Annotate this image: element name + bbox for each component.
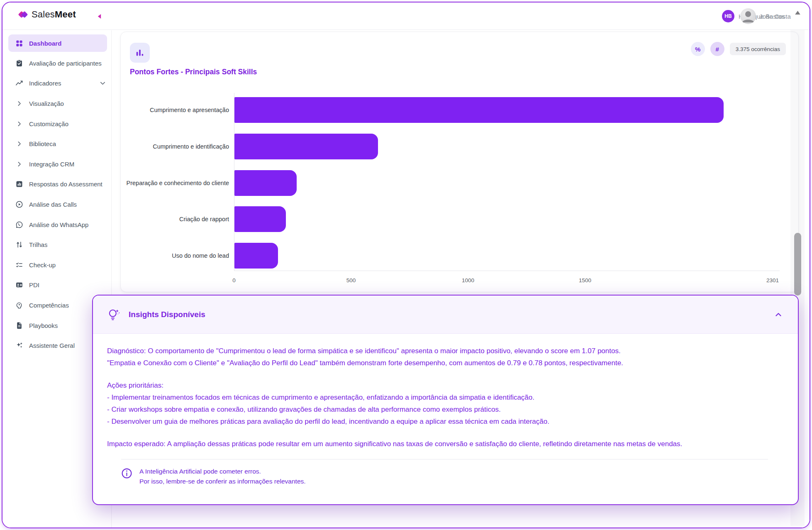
sidebar-item-indicadores[interactable]: Indicadores xyxy=(2,73,111,94)
id-card-icon xyxy=(15,281,23,289)
x-tick: 1000 xyxy=(462,277,474,283)
info-icon xyxy=(121,468,132,479)
insights-disclaimer: A Inteligência Artificial pode cometer e… xyxy=(107,459,783,486)
bar-uso-do-nome-do-lead[interactable] xyxy=(234,243,278,269)
topbar: SalesMeet HB Henrique Bastos João Costa xyxy=(2,2,810,30)
insight-line: - Criar workshops sobre empatia e conexã… xyxy=(107,403,783,415)
x-tick: 2301 xyxy=(766,277,779,283)
sidebar-item-analise-das-calls[interactable]: Análise das Calls xyxy=(2,194,111,215)
play-circle-icon xyxy=(15,200,23,208)
bar-preparacao-e-conhecimento-do-cliente[interactable] xyxy=(234,170,297,196)
occurrences-badge: 3.375 ocorrências xyxy=(730,43,786,55)
x-axis-line xyxy=(234,271,780,271)
bar-cumprimento-e-identificacao[interactable] xyxy=(234,134,378,159)
bar-label: Uso do nome do lead xyxy=(172,252,229,259)
sidebar-item-label: Biblioteca xyxy=(29,140,56,147)
sidebar-item-label: PDI xyxy=(29,281,39,288)
insight-paragraph: Ações prioritárias:- Implementar treinam… xyxy=(107,379,783,427)
sidebar-item-label: Análise das Calls xyxy=(29,201,77,208)
insights-header[interactable]: Insights Disponíveis xyxy=(93,296,798,334)
x-tick: 500 xyxy=(346,277,356,283)
percent-toggle-button[interactable]: % xyxy=(691,42,705,56)
sidebar-item-label: Integração CRM xyxy=(29,161,74,168)
head-gear-icon xyxy=(15,301,23,309)
chart-row: Preparação e conhecimento do cliente xyxy=(234,170,773,196)
checklist-icon xyxy=(15,261,23,269)
insight-line: "Empatia e Conexão com o Cliente" e "Ava… xyxy=(107,357,783,369)
chart-controls: % # 3.375 ocorrências xyxy=(691,42,786,56)
bar-chart: Cumprimento e apresentaçãoCumprimento e … xyxy=(234,93,773,288)
insight-line: Diagnóstico: O comportamento de "Cumprim… xyxy=(107,345,783,357)
user-chip-secondary[interactable]: João Costa xyxy=(740,8,791,24)
sidebar-item-label: Assistente Geral xyxy=(29,342,75,349)
insights-title: Insights Disponíveis xyxy=(129,310,205,319)
sidebar-item-label: Indicadores xyxy=(29,80,61,87)
insights-panel: Insights Disponíveis Diagnóstico: O comp… xyxy=(92,295,799,505)
x-tick: 1500 xyxy=(579,277,591,283)
insight-paragraph: Impacto esperado: A ampliação dessas prá… xyxy=(107,438,783,450)
sidebar-item-label: Customização xyxy=(29,120,68,127)
clipboard-check-icon xyxy=(15,59,23,67)
chevron-right-icon xyxy=(15,120,23,128)
sidebar-item-visualizacao[interactable]: Visualização xyxy=(2,93,111,114)
bar-chart-icon xyxy=(130,43,150,63)
sidebar-item-label: Trilhas xyxy=(29,241,47,248)
sidebar-item-respostas-do-assessment[interactable]: Respostas do Assessment xyxy=(2,174,111,195)
sidebar-item-label: Visualização xyxy=(29,100,64,107)
route-icon xyxy=(15,241,23,249)
sparkles-icon xyxy=(15,342,23,350)
insight-paragraph: Diagnóstico: O comportamento de "Cumprim… xyxy=(107,345,783,369)
disclaimer-lines: A Inteligência Artificial pode cometer e… xyxy=(139,466,306,486)
bar-criacao-de-rapport[interactable] xyxy=(234,206,286,232)
sidebar-item-label: Respostas do Assessment xyxy=(29,181,102,188)
bar-label: Cumprimento e apresentação xyxy=(150,107,229,113)
sidebar-item-analise-do-whatsapp[interactable]: Análise do WhatsApp xyxy=(2,215,111,235)
bar-label: Criação de rapport xyxy=(179,216,229,222)
sidebar-item-label: Análise do WhatsApp xyxy=(29,221,88,228)
chevron-right-icon xyxy=(15,160,23,168)
lightbulb-sparkle-icon xyxy=(107,308,120,321)
chart-row: Cumprimento e identificação xyxy=(234,134,773,159)
scrollbar-thumb[interactable] xyxy=(794,233,801,296)
x-tick: 0 xyxy=(232,277,236,283)
bar-cumprimento-e-apresentacao[interactable] xyxy=(234,97,724,123)
app-window: SalesMeet HB Henrique Bastos João Costa … xyxy=(2,2,810,528)
sidebar-item-check-up[interactable]: Check-up xyxy=(2,255,111,275)
brand-logo[interactable]: SalesMeet xyxy=(19,9,76,20)
chevron-right-icon xyxy=(15,140,23,148)
sidebar-item-pdi[interactable]: PDI xyxy=(2,275,111,296)
sidebar-item-label: Check-up xyxy=(29,261,56,269)
disclaimer-line: Por isso, lembre-se de conferir as infor… xyxy=(139,476,306,486)
chart-row: Uso do nome do lead xyxy=(234,243,773,269)
avatar-initials: HB xyxy=(722,10,734,22)
sidebar-item-label: Playbooks xyxy=(29,322,58,329)
brand-logo-icon xyxy=(19,12,27,17)
sidebar-item-label: Competências xyxy=(29,302,69,309)
sidebar-item-trilhas[interactable]: Trilhas xyxy=(2,234,111,255)
insights-paragraphs: Diagnóstico: O comportamento de "Cumprim… xyxy=(107,345,783,450)
sidebar-item-label: Dashboard xyxy=(29,40,61,47)
chart-row: Cumprimento e apresentação xyxy=(234,97,773,123)
sidebar-collapse-icon[interactable] xyxy=(97,14,102,19)
insight-line: - Desenvolver um guia de melhores prátic… xyxy=(107,415,783,427)
insight-line: - Implementar treinamentos focados em té… xyxy=(107,391,783,403)
trend-icon xyxy=(15,79,23,88)
document-icon xyxy=(15,321,23,330)
sidebar-item-avaliacao-de-participantes[interactable]: Avaliação de participantes xyxy=(2,53,111,73)
insights-body: Diagnóstico: O comportamento de "Cumprim… xyxy=(93,334,798,486)
count-toggle-button[interactable]: # xyxy=(710,42,724,56)
chevron-right-icon xyxy=(15,99,23,107)
sidebar-item-customizacao[interactable]: Customização xyxy=(2,114,111,134)
bar-label: Cumprimento e identificação xyxy=(153,143,229,150)
insight-line: Impacto esperado: A ampliação dessas prá… xyxy=(107,438,783,450)
chevron-down-icon xyxy=(99,80,106,87)
sidebar-item-biblioteca[interactable]: Biblioteca xyxy=(2,134,111,154)
sidebar-item-label: Avaliação de participantes xyxy=(29,60,102,67)
brand-name: SalesMeet xyxy=(32,9,76,20)
sidebar-item-integracao-crm[interactable]: Integração CRM xyxy=(2,154,111,174)
chevron-up-icon[interactable] xyxy=(774,310,783,319)
chart-bars-icon xyxy=(15,180,23,188)
user-photo-avatar xyxy=(740,8,756,24)
scrollbar-up-arrow-icon[interactable] xyxy=(795,11,800,15)
sidebar-item-dashboard[interactable]: Dashboard xyxy=(8,34,107,52)
